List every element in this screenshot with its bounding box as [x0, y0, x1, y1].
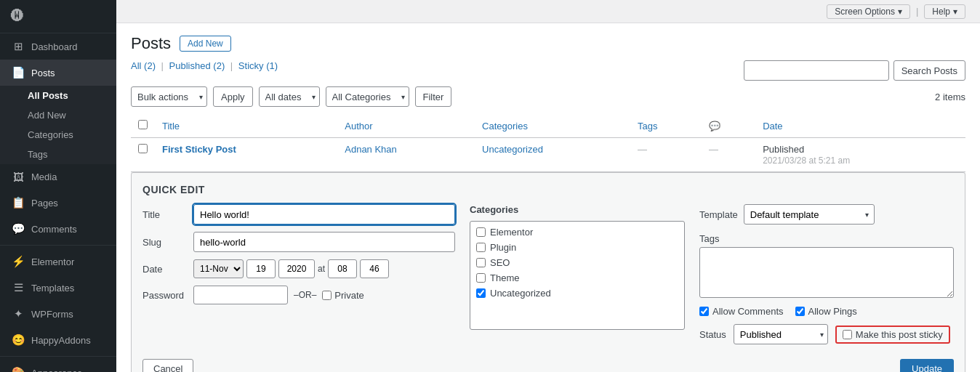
- filter-sticky-link[interactable]: Sticky (1): [238, 60, 278, 71]
- apply-button[interactable]: Apply: [213, 86, 253, 107]
- date-year-input[interactable]: [278, 259, 315, 278]
- search-input[interactable]: [744, 60, 889, 81]
- author-header[interactable]: Author: [337, 114, 475, 138]
- sidebar-item-posts[interactable]: 📄 Posts: [0, 60, 116, 86]
- help-button[interactable]: Help ▾: [924, 4, 965, 19]
- sidebar-item-pages[interactable]: 📋 Pages: [0, 190, 116, 216]
- post-title-link[interactable]: First Sticky Post: [162, 144, 236, 155]
- row-checkbox[interactable]: [138, 144, 148, 153]
- date-day-input[interactable]: [246, 259, 276, 278]
- posts-table: Title Author Categories Tags 💬 Date Firs…: [131, 114, 965, 372]
- sidebar-item-appearance[interactable]: 🎨 Appearance: [0, 360, 116, 372]
- title-row: Title: [142, 204, 455, 225]
- allow-comments-checkbox[interactable]: [699, 307, 709, 316]
- sidebar-label-happyaddons: HappyAddons: [31, 335, 91, 346]
- appearance-icon: 🎨: [11, 366, 25, 372]
- sidebar-item-comments[interactable]: 💬 Comments: [0, 216, 116, 242]
- update-button[interactable]: Update: [900, 359, 954, 372]
- private-checkbox[interactable]: [322, 291, 332, 300]
- date-hour-input[interactable]: [328, 259, 357, 278]
- tags-header[interactable]: Tags: [630, 114, 702, 138]
- category-link[interactable]: Uncategorized: [482, 144, 543, 155]
- status-select[interactable]: Published: [734, 324, 828, 344]
- filter-all-link[interactable]: All (2): [131, 60, 158, 71]
- category-seo[interactable]: SEO: [473, 255, 681, 270]
- dashboard-icon: ⊞: [11, 40, 25, 53]
- filter-button[interactable]: Filter: [415, 86, 452, 107]
- select-all-checkbox[interactable]: [138, 120, 148, 129]
- screen-options-button[interactable]: Screen Options ▾: [827, 4, 910, 19]
- template-row: Template Default template ▾: [699, 204, 954, 225]
- title-input[interactable]: [193, 204, 455, 225]
- category-uncategorized[interactable]: Uncategorized: [473, 286, 681, 301]
- template-select[interactable]: Default template: [744, 204, 875, 225]
- sidebar-item-all-posts[interactable]: All Posts: [0, 86, 116, 105]
- slug-input[interactable]: [193, 232, 455, 252]
- row-author-cell: Adnan Khan: [337, 138, 475, 172]
- dates-select[interactable]: All dates: [259, 86, 320, 107]
- sidebar-item-templates[interactable]: ☰ Templates: [0, 275, 116, 301]
- bulk-actions-select[interactable]: Bulk actions: [131, 86, 207, 107]
- category-plugin[interactable]: Plugin: [473, 240, 681, 255]
- category-theme[interactable]: Theme: [473, 270, 681, 286]
- row-checkbox-cell: [131, 138, 155, 172]
- sidebar-item-add-new[interactable]: Add New: [0, 105, 116, 125]
- search-posts-button[interactable]: Search Posts: [893, 60, 965, 81]
- categories-select[interactable]: All Categories: [326, 86, 409, 107]
- quick-edit-header: QUICK EDIT: [142, 184, 954, 195]
- filter-links: All (2) | Published (2) | Sticky (1): [131, 60, 278, 71]
- sidebar-item-happyaddons[interactable]: 😊 HappyAddons: [0, 327, 116, 353]
- sticky-checkbox[interactable]: [843, 330, 852, 339]
- search-area: Search Posts: [744, 60, 965, 81]
- date-min-input[interactable]: [360, 259, 389, 278]
- posts-submenu: All Posts Add New Categories Tags: [0, 86, 116, 164]
- categories-header[interactable]: Categories: [475, 114, 630, 138]
- sidebar-item-wpforms[interactable]: ✦ WPForms: [0, 301, 116, 327]
- comments-icon: 💬: [11, 222, 25, 235]
- date-header[interactable]: Date: [755, 114, 965, 138]
- date-month-select[interactable]: 11-Nov: [193, 259, 244, 278]
- allow-comments-item[interactable]: Allow Comments: [699, 306, 784, 317]
- allow-row: Allow Comments Allow Pings: [699, 306, 954, 317]
- quick-edit-right: Template Default template ▾ T: [699, 204, 954, 350]
- add-new-button[interactable]: Add New: [180, 36, 231, 52]
- category-elementor[interactable]: Elementor: [473, 225, 681, 240]
- title-header[interactable]: Title: [155, 114, 337, 138]
- categories-list: Elementor Plugin SEO: [470, 221, 685, 330]
- cancel-button[interactable]: Cancel: [142, 359, 193, 372]
- templates-icon: ☰: [11, 281, 25, 294]
- tags-textarea[interactable]: [699, 247, 954, 298]
- sidebar-item-elementor[interactable]: ⚡ Elementor: [0, 248, 116, 275]
- comments-header[interactable]: 💬: [702, 114, 755, 138]
- pages-icon: 📋: [11, 196, 25, 209]
- quick-edit-panel: QUICK EDIT Title Slug: [131, 172, 965, 372]
- tags-label: Tags: [699, 233, 954, 244]
- sidebar-item-dashboard[interactable]: ⊞ Dashboard: [0, 33, 116, 60]
- cat-plugin-checkbox[interactable]: [476, 243, 486, 252]
- date-row: Date 11-Nov at: [142, 259, 455, 278]
- allow-pings-checkbox[interactable]: [795, 307, 805, 316]
- main-area: Screen Options ▾ | Help ▾ Posts Add New …: [116, 0, 980, 372]
- sidebar-item-tags[interactable]: Tags: [0, 145, 116, 164]
- sidebar-item-media[interactable]: 🖼 Media: [0, 164, 116, 190]
- allow-pings-item[interactable]: Allow Pings: [795, 306, 857, 317]
- filter-published-link[interactable]: Published (2): [169, 60, 228, 71]
- dates-wrap: All dates ▾: [259, 86, 320, 107]
- cat-theme-checkbox[interactable]: [476, 273, 486, 283]
- author-link[interactable]: Adnan Khan: [345, 144, 397, 155]
- sidebar-label-appearance: Appearance: [31, 368, 82, 373]
- sidebar-label-comments: Comments: [31, 224, 77, 235]
- cat-uncategorized-checkbox[interactable]: [476, 288, 486, 298]
- media-icon: 🖼: [11, 171, 25, 183]
- comment-bubble-icon: 💬: [709, 121, 720, 132]
- page-title-wrap: Posts Add New: [131, 34, 965, 53]
- sidebar-item-categories[interactable]: Categories: [0, 125, 116, 145]
- sidebar-label-media: Media: [31, 171, 57, 182]
- categories-wrap: All Categories ▾: [326, 86, 409, 107]
- cat-seo-checkbox[interactable]: [476, 258, 486, 267]
- password-input[interactable]: [193, 286, 288, 304]
- cat-elementor-checkbox[interactable]: [476, 227, 486, 237]
- posts-icon: 📄: [11, 66, 25, 79]
- status-row: Status Published ▾: [699, 324, 954, 344]
- wpforms-icon: ✦: [11, 307, 25, 320]
